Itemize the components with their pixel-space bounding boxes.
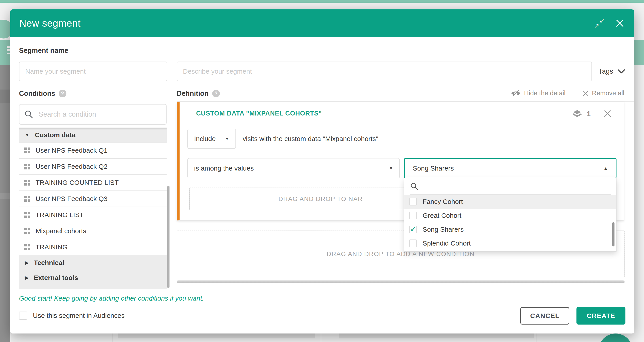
audiences-checkbox[interactable] bbox=[19, 311, 27, 320]
help-icon[interactable]: ? bbox=[59, 90, 66, 97]
dropdown-option[interactable]: ✓ Song Sharers bbox=[404, 222, 616, 236]
conditions-list: ▼ Custom data User NPS Feedback Q1 User … bbox=[19, 128, 166, 289]
create-button[interactable]: CREATE bbox=[576, 307, 626, 324]
value-dropdown-panel: ✓ Fancy Cohort ✓ Great Cohort ✓ Song Sha… bbox=[404, 178, 616, 252]
modal-close-button[interactable] bbox=[614, 18, 626, 29]
conditions-scrollbar[interactable] bbox=[167, 186, 170, 288]
collapse-icon: ↙↗ bbox=[594, 18, 604, 29]
condition-count-value: 1 bbox=[587, 110, 590, 118]
tags-dropdown[interactable]: Tags bbox=[598, 62, 625, 81]
definition-toolbar: Hide the detail Remove all bbox=[511, 90, 624, 97]
triangle-down-icon: ▼ bbox=[25, 132, 30, 138]
option-label: Song Sharers bbox=[422, 226, 464, 233]
dropdown-scrollbar[interactable] bbox=[612, 222, 614, 246]
close-icon bbox=[615, 18, 625, 29]
condition-item-label: TRAINING COUNTED LIST bbox=[36, 179, 119, 186]
drag-handle-icon bbox=[24, 148, 30, 153]
definition-label-text: Definition bbox=[177, 90, 209, 98]
progress-hint: Good start! Keep going by adding other c… bbox=[19, 294, 204, 302]
checkbox-unchecked[interactable]: ✓ bbox=[409, 239, 417, 247]
remove-all-button[interactable]: Remove all bbox=[582, 90, 624, 97]
hide-detail-button[interactable]: Hide the detail bbox=[511, 90, 566, 97]
eye-off-icon bbox=[511, 90, 521, 97]
value-selected: Song Sharers bbox=[413, 165, 454, 172]
segment-name-input[interactable] bbox=[19, 62, 167, 81]
group-external-tools[interactable]: ▶ External tools bbox=[19, 270, 166, 285]
group-technical[interactable]: ▶ Technical bbox=[19, 255, 166, 270]
segment-description-input[interactable] bbox=[177, 62, 592, 81]
condition-count: 1 bbox=[572, 109, 590, 119]
close-icon bbox=[603, 109, 612, 118]
drag-handle-icon bbox=[24, 244, 30, 250]
search-icon bbox=[410, 182, 418, 191]
dropdown-option[interactable]: ✓ Great Cohort bbox=[404, 209, 616, 222]
condition-search-input[interactable] bbox=[38, 110, 161, 119]
background-sidebar bbox=[0, 65, 10, 342]
condition-phrase: visits with the custom data "Mixpanel co… bbox=[242, 129, 378, 149]
hide-detail-label: Hide the detail bbox=[524, 90, 566, 97]
background-divider bbox=[321, 333, 321, 342]
condition-item[interactable]: Mixpanel cohorts bbox=[19, 223, 166, 239]
caret-down-icon: ▼ bbox=[225, 136, 229, 141]
operator-select[interactable]: is among the values ▼ bbox=[188, 158, 400, 178]
layers-icon bbox=[572, 109, 582, 119]
background-divider bbox=[536, 333, 536, 342]
audiences-checkbox-row[interactable]: Use this segment in Audiences bbox=[19, 311, 124, 320]
list-tail bbox=[19, 285, 166, 289]
check-icon: ✓ bbox=[410, 226, 416, 233]
triangle-right-icon: ▶ bbox=[25, 275, 28, 280]
checkbox-checked[interactable]: ✓ bbox=[409, 226, 417, 233]
condition-card-title: CUSTOM DATA "MIXPANEL COHORTS" bbox=[196, 110, 322, 117]
new-segment-modal: New segment ↙↗ Segment name Tags Conditi… bbox=[10, 10, 634, 333]
collapse-button[interactable]: ↙↗ bbox=[594, 18, 605, 29]
condition-item[interactable]: User NPS Feedback Q1 bbox=[19, 142, 166, 158]
drag-handle-icon bbox=[24, 164, 30, 169]
dropdown-option[interactable]: ✓ Splendid Cohort bbox=[404, 236, 616, 250]
tags-label: Tags bbox=[598, 67, 613, 75]
background-sidebar-item bbox=[0, 193, 10, 199]
condition-item-label: Mixpanel cohorts bbox=[36, 227, 86, 235]
condition-remove-button[interactable] bbox=[602, 108, 613, 119]
drag-handle-icon bbox=[24, 196, 30, 202]
dropdown-option[interactable]: ✓ Fancy Cohort bbox=[404, 195, 616, 209]
condition-item[interactable]: User NPS Feedback Q3 bbox=[19, 190, 166, 207]
group-label: External tools bbox=[34, 274, 78, 281]
floating-action-button bbox=[598, 333, 632, 342]
close-icon bbox=[582, 90, 589, 97]
chevron-down-icon bbox=[618, 69, 625, 74]
checkbox-unchecked[interactable]: ✓ bbox=[409, 198, 417, 205]
condition-item[interactable]: TRAINING LIST bbox=[19, 207, 166, 223]
condition-item[interactable]: TRAINING COUNTED LIST bbox=[19, 174, 166, 190]
drag-handle-icon bbox=[24, 212, 30, 218]
condition-item-label: TRAINING LIST bbox=[36, 211, 84, 219]
value-select[interactable]: Song Sharers ▲ bbox=[404, 158, 616, 178]
option-label: Fancy Cohort bbox=[422, 198, 463, 205]
dropdown-search[interactable] bbox=[404, 178, 616, 194]
cancel-button[interactable]: CANCEL bbox=[520, 307, 569, 324]
drag-handle-icon bbox=[24, 180, 30, 186]
include-select[interactable]: Include ▼ bbox=[188, 129, 236, 149]
condition-item[interactable]: TRAINING bbox=[19, 239, 166, 255]
modal-title: New segment bbox=[19, 10, 81, 37]
operator-value: is among the values bbox=[194, 165, 254, 172]
search-icon bbox=[24, 110, 33, 119]
background-divider bbox=[112, 333, 112, 342]
audiences-checkbox-label: Use this segment in Audiences bbox=[33, 312, 124, 319]
background-card-header bbox=[118, 333, 314, 338]
background-top-bar bbox=[0, 0, 644, 3]
caret-up-icon: ▲ bbox=[604, 166, 608, 171]
definition-section-label: Definition ? bbox=[177, 90, 220, 98]
group-custom-data[interactable]: ▼ Custom data bbox=[19, 128, 166, 142]
modal-header: New segment ↙↗ bbox=[10, 10, 634, 37]
definition-horizontal-scrollbar[interactable] bbox=[177, 280, 624, 283]
checkbox-unchecked[interactable]: ✓ bbox=[409, 212, 417, 219]
definition-divider bbox=[177, 101, 634, 102]
help-icon[interactable]: ? bbox=[212, 90, 220, 97]
background-sidebar-item bbox=[0, 90, 10, 103]
condition-item[interactable]: User NPS Feedback Q2 bbox=[19, 158, 166, 174]
triangle-right-icon: ▶ bbox=[25, 260, 28, 265]
option-label: Splendid Cohort bbox=[422, 239, 471, 247]
background-card-header bbox=[339, 333, 534, 338]
segment-name-label: Segment name bbox=[19, 47, 68, 55]
condition-item-label: User NPS Feedback Q2 bbox=[36, 163, 108, 170]
